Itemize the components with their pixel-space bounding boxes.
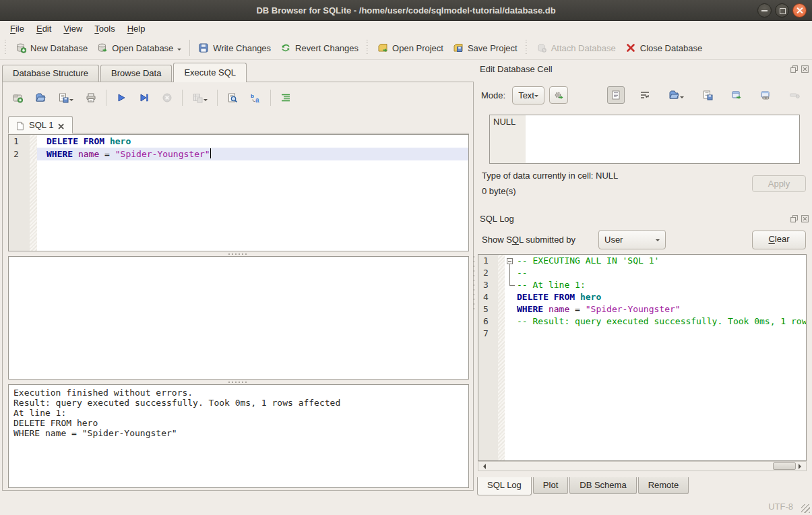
open-database-icon (97, 42, 108, 53)
open-database-button[interactable]: Open Database (92, 39, 186, 57)
save-cell-button[interactable] (699, 86, 716, 104)
import-icon (668, 90, 679, 100)
dropdown-caret-icon (177, 49, 181, 53)
dock-tab-sql-log[interactable]: SQL Log (477, 477, 532, 495)
save-sql-icon (58, 92, 69, 103)
auto-apply-button[interactable] (549, 86, 568, 104)
splitter-handle[interactable] (8, 251, 469, 256)
mode-select[interactable]: Text (512, 86, 544, 104)
open-external-icon (731, 90, 742, 100)
open-external-button[interactable] (728, 86, 745, 104)
float-dock-icon[interactable] (790, 65, 799, 73)
log-filter-select[interactable]: User (598, 230, 666, 249)
cell-type-text: Type of data currently in cell: NULL (482, 171, 618, 181)
close-dock-icon[interactable] (801, 65, 809, 73)
tab-database-structure[interactable]: Database Structure (2, 65, 99, 82)
maximize-button[interactable] (775, 3, 789, 18)
text-doc-icon (611, 90, 621, 100)
scroll-right-icon[interactable] (797, 462, 806, 471)
line-number: 4 (478, 291, 498, 303)
new-database-icon (15, 42, 26, 53)
sql-editor[interactable]: 1DELETE FROM hero2WHERE name = "Spider-Y… (8, 134, 469, 251)
link-button[interactable] (757, 86, 774, 104)
set-null-button[interactable] (786, 86, 803, 104)
line-number: 7 (478, 328, 498, 340)
menu-edit[interactable]: Edit (30, 22, 57, 36)
sql-log-view[interactable]: 1-- EXECUTING ALL IN 'SQL 1'2--3-- At li… (478, 254, 807, 461)
log-horizontal-scrollbar[interactable] (478, 461, 807, 471)
minimize-button[interactable] (757, 3, 772, 18)
sql-tab[interactable]: SQL 1 (8, 116, 73, 133)
sql-tab-label: SQL 1 (29, 120, 53, 130)
execute-all-button[interactable] (113, 89, 129, 107)
print-button[interactable] (83, 89, 99, 107)
toolbar-sep (182, 90, 183, 106)
format-sql-icon (280, 92, 291, 103)
close-database-button[interactable]: Close Database (621, 39, 708, 57)
tab-execute-sql[interactable]: Execute SQL (173, 63, 247, 82)
dock-tab-bar: SQL LogPlotDB SchemaRemote (477, 477, 690, 495)
menu-help[interactable]: Help (121, 22, 152, 36)
attach-database-button[interactable]: Attach Database (532, 39, 621, 57)
clear-button[interactable]: Clear (752, 231, 806, 249)
main-tab-bar: Database StructureBrowse DataExecute SQL (2, 64, 248, 82)
title-bar: DB Browser for SQLite - /home/user/code/… (0, 0, 812, 21)
open-project-button[interactable]: Open Project (373, 39, 448, 57)
import-button[interactable] (665, 86, 687, 104)
menu-tools[interactable]: Tools (88, 22, 121, 36)
toolbar-sep (270, 90, 271, 106)
format-sql-button[interactable] (278, 89, 294, 107)
execute-line-button[interactable] (136, 89, 152, 107)
scroll-left-icon[interactable] (478, 462, 488, 471)
splitter-handle[interactable] (8, 380, 469, 384)
save-sql-button[interactable] (55, 89, 76, 107)
save-project-button[interactable]: Save Project (448, 39, 522, 57)
write-changes-button[interactable]: Write Changes (193, 39, 276, 57)
cell-editor-icons (607, 86, 812, 104)
menu-view[interactable]: View (57, 22, 88, 36)
maximize-icon (780, 8, 786, 14)
new-tab-button[interactable] (9, 89, 26, 107)
new-tab-icon (12, 92, 23, 103)
cell-size-text: 0 byte(s) (482, 186, 516, 196)
tab-browse-data[interactable]: Browse Data (100, 65, 172, 82)
export-results-button[interactable] (189, 89, 210, 107)
fold-collapse-icon[interactable] (507, 258, 513, 264)
editor-line: 1DELETE FROM hero (9, 135, 468, 148)
results-pane (8, 256, 469, 380)
line-number: 2 (478, 267, 498, 279)
sql-log-dock-title: SQL Log (480, 212, 809, 224)
edit-cell-dock-title: Edit Database Cell (480, 63, 809, 75)
menu-file[interactable]: File (4, 22, 30, 36)
scrollbar-thumb[interactable] (773, 462, 796, 470)
close-tab-icon[interactable] (57, 121, 65, 129)
word-wrap-button[interactable] (636, 86, 654, 104)
replace-button[interactable]: ba (247, 89, 263, 107)
toolbar-handle (524, 40, 530, 56)
revert-changes-button[interactable]: Revert Changes (276, 39, 363, 57)
log-line: 4DELETE FROM hero (478, 291, 806, 303)
open-sql-button[interactable] (32, 89, 49, 107)
edit-cell-title: Edit Database Cell (480, 64, 553, 74)
dock-tab-plot[interactable]: Plot (533, 477, 568, 494)
cell-null-indicator: NULL (490, 115, 526, 163)
float-dock-icon[interactable] (790, 214, 799, 223)
new-database-button[interactable]: New Database (11, 39, 92, 57)
cell-editor-controls: Mode: Text (481, 85, 809, 105)
close-button[interactable] (792, 3, 807, 18)
close-database-icon (625, 42, 636, 53)
close-dock-icon[interactable] (801, 214, 809, 223)
find-button[interactable] (224, 89, 241, 107)
resize-grip[interactable] (801, 504, 810, 513)
stop-button[interactable] (159, 89, 175, 107)
dock-tab-db-schema[interactable]: DB Schema (569, 477, 636, 494)
replace-icon: ba (250, 92, 261, 103)
cell-value-editor[interactable]: NULL (489, 115, 800, 164)
toolbar-handle (365, 40, 371, 56)
chevron-down-icon (656, 239, 660, 243)
main-toolbar: New DatabaseOpen DatabaseWrite ChangesRe… (0, 36, 812, 60)
dock-tab-remote[interactable]: Remote (638, 477, 689, 494)
apply-button[interactable]: Apply (752, 175, 806, 192)
menu-bar: FileEditViewToolsHelp (0, 20, 812, 36)
text-doc-button[interactable] (607, 86, 625, 104)
